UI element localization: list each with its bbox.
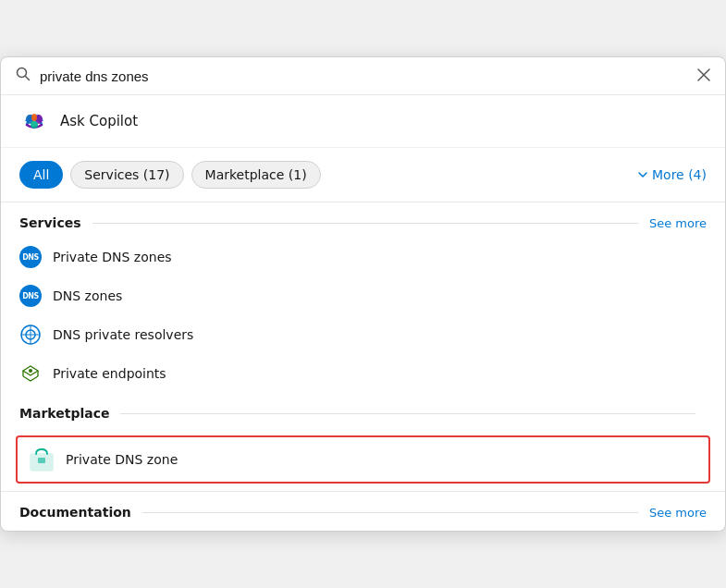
private-dns-zones-label: Private DNS zones: [53, 250, 172, 264]
marketplace-title: Marketplace: [19, 406, 109, 421]
services-section: Services See more DNS Private DNS zones …: [1, 202, 725, 393]
tab-services[interactable]: Services (17): [70, 161, 183, 189]
dns-resolvers-icon: [19, 324, 42, 346]
tab-more[interactable]: More (4): [637, 167, 707, 182]
tabs-row: All Services (17) Marketplace (1) More (…: [1, 148, 725, 202]
clear-icon[interactable]: [697, 68, 710, 84]
copilot-logo-icon: [19, 106, 49, 136]
documentation-divider: [142, 512, 638, 513]
svg-rect-17: [38, 458, 45, 463]
documentation-section: Documentation See more: [1, 491, 725, 531]
services-see-more[interactable]: See more: [649, 216, 707, 230]
tab-all[interactable]: All: [19, 161, 63, 189]
tab-marketplace[interactable]: Marketplace (1): [191, 161, 321, 189]
documentation-title: Documentation: [19, 505, 131, 520]
marketplace-section-header: Marketplace: [1, 393, 725, 428]
private-dns-zones-icon: DNS: [19, 246, 42, 268]
documentation-see-more[interactable]: See more: [649, 506, 707, 520]
marketplace-item-icon: [29, 447, 55, 472]
marketplace-divider: [120, 413, 695, 414]
list-item[interactable]: Private endpoints: [1, 354, 725, 393]
content: Services See more DNS Private DNS zones …: [1, 202, 725, 531]
search-panel: Ask Copilot All Services (17) Marketplac…: [0, 56, 726, 532]
private-endpoints-icon: [19, 362, 42, 385]
search-input[interactable]: [40, 68, 688, 84]
dns-resolvers-label: DNS private resolvers: [53, 327, 193, 342]
list-item[interactable]: DNS private resolvers: [1, 315, 725, 354]
chevron-down-icon: [637, 169, 648, 180]
dns-zones-icon: DNS: [19, 285, 42, 307]
marketplace-list-item[interactable]: Private DNS zone: [16, 435, 710, 484]
svg-point-8: [31, 114, 37, 121]
private-endpoints-label: Private endpoints: [53, 366, 166, 381]
services-section-header: Services See more: [1, 202, 725, 238]
copilot-row[interactable]: Ask Copilot: [1, 95, 725, 148]
list-item[interactable]: DNS Private DNS zones: [1, 238, 725, 276]
svg-point-7: [31, 121, 38, 129]
search-bar: [1, 57, 725, 95]
list-item[interactable]: DNS DNS zones: [1, 276, 725, 315]
svg-point-15: [29, 369, 32, 373]
svg-line-1: [26, 77, 30, 80]
search-icon: [16, 67, 31, 85]
services-divider: [92, 223, 638, 224]
dns-zones-label: DNS zones: [53, 288, 122, 303]
documentation-section-header: Documentation See more: [1, 492, 725, 527]
marketplace-item-label: Private DNS zone: [66, 452, 178, 467]
marketplace-section: Marketplace Private DNS zone: [1, 393, 725, 484]
services-title: Services: [19, 215, 81, 230]
copilot-label: Ask Copilot: [60, 113, 138, 129]
